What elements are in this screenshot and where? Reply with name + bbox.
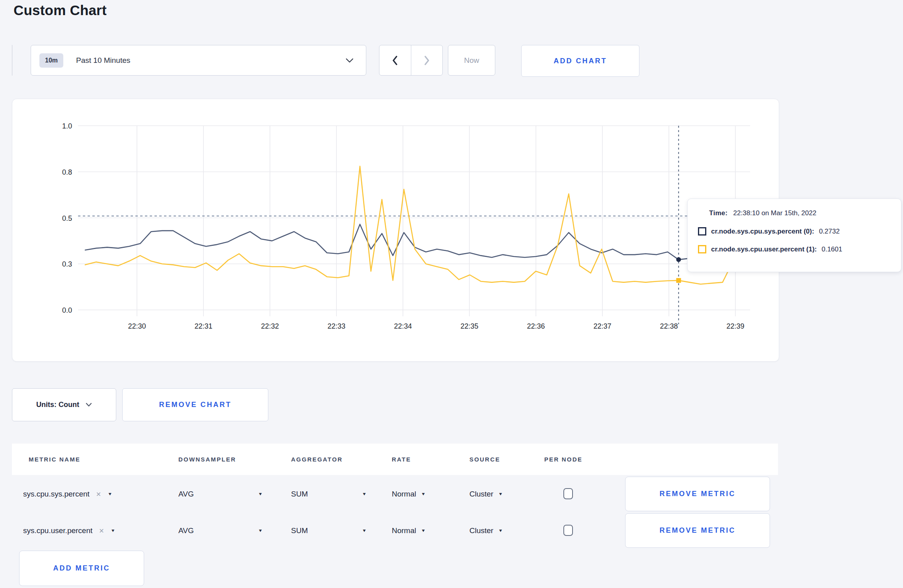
series-swatch-icon (698, 227, 706, 236)
caret-down-icon: ▼ (108, 492, 112, 496)
x-axis-tick-label: 22:35 (460, 322, 478, 330)
tooltip-time-value: 22:38:10 on Mar 15th, 2022 (733, 209, 817, 217)
downsampler-select[interactable]: AVG▼ (178, 476, 263, 512)
source-value: Cluster (469, 526, 493, 535)
source-select[interactable]: Cluster▼ (469, 512, 503, 549)
chevron-left-icon (391, 55, 399, 66)
y-axis-tick-label: 0.3 (62, 260, 72, 268)
source-value: Cluster (469, 490, 493, 498)
y-axis-tick-label: 1.0 (62, 122, 72, 130)
remove-chart-button[interactable]: REMOVE CHART (122, 388, 268, 421)
column-header: PER NODE (544, 444, 582, 475)
x-axis-tick-label: 22:36 (527, 322, 545, 330)
time-range-dropdown[interactable]: 10m Past 10 Minutes (31, 45, 366, 76)
column-header: DOWNSAMPLER (178, 444, 236, 475)
y-axis-tick-label: 0.5 (62, 214, 72, 222)
chevron-right-icon (422, 55, 431, 66)
step-forward-button[interactable] (411, 45, 443, 75)
metrics-table-header: METRIC NAMEDOWNSAMPLERAGGREGATORRATESOUR… (12, 444, 778, 475)
series-swatch-icon (698, 245, 706, 253)
caret-down-icon: ▼ (498, 492, 503, 496)
series-line-0 (85, 224, 745, 260)
rate-select[interactable]: Normal▼ (392, 512, 426, 549)
per-node-checkbox[interactable] (563, 488, 573, 499)
chevron-down-icon (345, 58, 354, 63)
time-range-badge: 10m (39, 53, 63, 68)
chevron-down-icon (86, 403, 92, 407)
add-chart-button[interactable]: ADD CHART (521, 45, 639, 77)
caret-down-icon: ▼ (258, 492, 263, 496)
tooltip-series-row: cr.node.sys.cpu.user.percent (1):0.1601 (698, 245, 842, 253)
caret-down-icon: ▼ (498, 528, 503, 533)
chart-plot[interactable]: 0.00.30.50.81.022:3022:3122:3222:3322:34… (12, 99, 779, 361)
chart-tooltip: Time: 22:38:10 on Mar 15th, 2022 cr.node… (687, 199, 901, 272)
column-header: METRIC NAME (29, 444, 80, 475)
y-axis-tick-label: 0.0 (62, 306, 72, 314)
time-range-label: Past 10 Minutes (76, 56, 130, 65)
column-header: RATE (392, 444, 411, 475)
tooltip-series-label: cr.node.sys.cpu.sys.percent (0): (711, 228, 814, 236)
time-step-button-group (379, 45, 443, 76)
tooltip-series-value: 0.2732 (819, 228, 840, 236)
chart-card: 0.00.30.50.81.022:3022:3122:3222:3322:34… (12, 99, 779, 362)
metric-name-label: sys.cpu.user.percent (23, 526, 92, 535)
downsampler-select[interactable]: AVG▼ (178, 512, 263, 549)
caret-down-icon: ▼ (111, 528, 115, 533)
x-axis-tick-label: 22:31 (194, 322, 212, 330)
page-title: Custom Chart (14, 2, 107, 18)
caret-down-icon: ▼ (362, 492, 367, 496)
caret-down-icon: ▼ (258, 528, 263, 533)
tooltip-time-label: Time: (709, 209, 728, 217)
rate-select[interactable]: Normal▼ (392, 476, 426, 512)
column-header: SOURCE (469, 444, 500, 475)
tooltip-time-row: Time: 22:38:10 on Mar 15th, 2022 (709, 209, 816, 217)
tooltip-series-label: cr.node.sys.cpu.user.percent (1): (711, 245, 817, 253)
aggregator-value: SUM (291, 526, 308, 535)
x-axis-tick-label: 22:34 (394, 322, 412, 330)
step-back-button[interactable] (379, 45, 411, 75)
aggregator-select[interactable]: SUM▼ (291, 512, 367, 549)
remove-metric-button[interactable]: REMOVE METRIC (625, 477, 770, 511)
metric-table-row: sys.cpu.sys.percent✕▼AVG▼SUM▼Normal▼Clus… (0, 476, 903, 512)
tooltip-series-row: cr.node.sys.cpu.sys.percent (0):0.2732 (698, 227, 840, 236)
units-dropdown-label: Units: Count (36, 401, 79, 409)
metric-name-select[interactable]: sys.cpu.sys.percent✕▼ (23, 476, 112, 512)
add-metric-button[interactable]: ADD METRIC (19, 551, 144, 586)
toolbar-divider (12, 45, 12, 76)
now-button[interactable]: Now (448, 45, 495, 76)
x-axis-tick-label: 22:33 (327, 322, 345, 330)
series-line-1 (85, 166, 745, 284)
remove-metric-button[interactable]: REMOVE METRIC (625, 513, 770, 548)
caret-down-icon: ▼ (362, 528, 367, 533)
downsampler-value: AVG (178, 526, 194, 535)
y-axis-tick-label: 0.8 (62, 168, 72, 176)
units-dropdown[interactable]: Units: Count (12, 388, 116, 421)
x-axis-tick-label: 22:30 (128, 322, 146, 330)
metric-name-label: sys.cpu.sys.percent (23, 490, 90, 498)
x-axis-tick-label: 22:39 (726, 322, 744, 330)
rate-value: Normal (392, 526, 416, 535)
hover-marker-0 (676, 257, 681, 262)
column-header: AGGREGATOR (291, 444, 343, 475)
downsampler-value: AVG (178, 490, 194, 498)
hover-marker-1 (676, 278, 681, 283)
caret-down-icon: ▼ (421, 492, 426, 496)
source-select[interactable]: Cluster▼ (469, 476, 503, 512)
metric-table-row: sys.cpu.user.percent✕▼AVG▼SUM▼Normal▼Clu… (0, 512, 903, 549)
x-axis-tick-label: 22:32 (261, 322, 279, 330)
metric-name-select[interactable]: sys.cpu.user.percent✕▼ (23, 512, 115, 549)
clear-metric-icon[interactable]: ✕ (99, 527, 104, 535)
rate-value: Normal (392, 490, 416, 498)
aggregator-value: SUM (291, 490, 308, 498)
aggregator-select[interactable]: SUM▼ (291, 476, 367, 512)
per-node-checkbox[interactable] (563, 525, 573, 536)
clear-metric-icon[interactable]: ✕ (96, 491, 101, 498)
caret-down-icon: ▼ (421, 528, 426, 533)
x-axis-tick-label: 22:37 (593, 322, 611, 330)
x-axis-tick-label: 22:38 (660, 322, 678, 330)
tooltip-series-value: 0.1601 (821, 245, 842, 253)
